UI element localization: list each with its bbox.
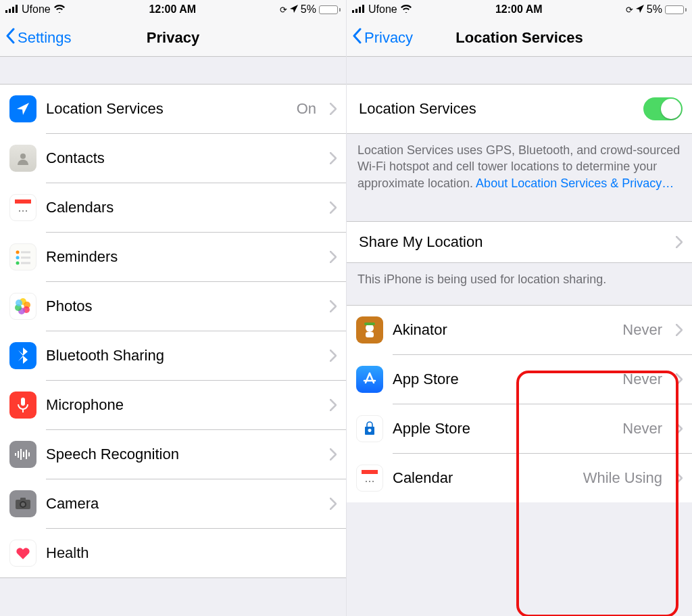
chevron-left-icon — [5, 28, 16, 48]
back-button[interactable]: Settings — [5, 28, 72, 48]
signal-bars-icon — [5, 3, 19, 16]
wifi-icon — [53, 3, 66, 16]
row-label: Calendars — [46, 199, 320, 216]
app-store-icon — [356, 366, 383, 393]
apple-store-icon — [356, 415, 383, 442]
row-label: Reminders — [46, 248, 320, 266]
svg-rect-39 — [364, 323, 375, 325]
orientation-lock-icon: ⟳ — [280, 5, 287, 15]
svg-point-4 — [20, 153, 26, 159]
svg-point-43 — [369, 481, 370, 482]
row-value: While Using — [583, 469, 662, 487]
calendar-icon — [9, 194, 36, 221]
clock-label: 12:00 AM — [495, 3, 543, 16]
svg-point-13 — [16, 262, 20, 265]
chevron-right-icon — [330, 103, 337, 115]
page-title: Location Services — [455, 29, 583, 47]
app-row-app-store[interactable]: App Store Never — [347, 355, 692, 404]
svg-point-20 — [16, 300, 22, 306]
status-bar: Ufone 12:00 AM ⟳ 5% — [347, 0, 692, 19]
row-label: Health — [46, 544, 337, 562]
row-calendars[interactable]: Calendars — [0, 183, 346, 232]
location-services-toggle[interactable] — [643, 97, 683, 120]
location-arrow-icon — [290, 3, 298, 16]
row-label: Calendar — [393, 469, 574, 487]
app-row-akinator[interactable]: Akinator Never — [347, 306, 692, 354]
chevron-right-icon — [330, 350, 337, 362]
row-share-my-location[interactable]: Share My Location — [347, 222, 692, 262]
row-speech-recognition[interactable]: Speech Recognition — [0, 430, 346, 479]
svg-point-9 — [16, 251, 20, 254]
back-button[interactable]: Privacy — [352, 28, 413, 48]
row-bluetooth-sharing[interactable]: Bluetooth Sharing — [0, 331, 346, 380]
akinator-icon — [356, 316, 383, 343]
contacts-icon — [9, 145, 36, 172]
svg-point-44 — [372, 481, 374, 482]
chevron-right-icon — [330, 300, 337, 312]
svg-point-11 — [16, 256, 20, 260]
privacy-pane: Ufone 12:00 AM ⟳ 5% Settings Privacy — [0, 0, 346, 616]
svg-rect-26 — [23, 452, 24, 457]
chevron-right-icon — [676, 472, 683, 484]
carrier-label: Ufone — [368, 3, 397, 16]
carrier-label: Ufone — [22, 3, 51, 16]
svg-rect-33 — [352, 10, 354, 13]
row-microphone[interactable]: Microphone — [0, 381, 346, 429]
calendar-app-icon — [356, 465, 383, 492]
orientation-lock-icon: ⟳ — [626, 5, 633, 15]
svg-rect-41 — [362, 470, 378, 474]
waveform-icon — [9, 441, 36, 468]
wifi-icon — [400, 3, 412, 16]
svg-rect-27 — [26, 450, 27, 459]
row-camera[interactable]: Camera — [0, 479, 346, 528]
svg-rect-24 — [18, 451, 19, 458]
app-row-calendar[interactable]: Calendar While Using — [347, 454, 692, 502]
svg-rect-35 — [359, 7, 361, 13]
svg-rect-14 — [21, 262, 30, 264]
row-value: Never — [622, 420, 662, 437]
svg-rect-21 — [21, 398, 25, 406]
nav-bar: Privacy Location Services — [347, 19, 692, 57]
svg-rect-32 — [20, 498, 26, 500]
battery-pct-label: 5% — [647, 3, 662, 16]
location-services-pane: Ufone 12:00 AM ⟳ 5% Privacy Location S — [346, 0, 692, 616]
microphone-icon — [9, 392, 36, 419]
master-explain-text: Location Services uses GPS, Bluetooth, a… — [347, 134, 692, 201]
about-location-privacy-link[interactable]: About Location Services & Privacy… — [476, 176, 674, 190]
app-row-apple-store[interactable]: Apple Store Never — [347, 404, 692, 453]
clock-label: 12:00 AM — [149, 3, 196, 16]
location-arrow-icon — [636, 3, 644, 16]
row-label: Location Services — [46, 100, 287, 118]
chevron-right-icon — [676, 423, 683, 435]
svg-rect-0 — [5, 10, 7, 13]
bluetooth-icon — [9, 342, 36, 369]
row-contacts[interactable]: Contacts — [0, 134, 346, 183]
svg-rect-38 — [366, 332, 374, 337]
row-location-services[interactable]: Location Services On — [0, 85, 346, 133]
battery-icon — [319, 5, 341, 14]
row-health[interactable]: Health — [0, 529, 346, 577]
row-label: Share My Location — [359, 233, 666, 251]
row-reminders[interactable]: Reminders — [0, 233, 346, 281]
chevron-right-icon — [676, 324, 683, 336]
row-label: Photos — [46, 298, 320, 315]
row-value: Never — [622, 321, 662, 339]
svg-rect-36 — [362, 5, 364, 13]
signal-bars-icon — [352, 3, 366, 16]
row-label: Akinator — [393, 321, 613, 339]
master-toggle-label: Location Services — [359, 100, 634, 118]
row-label: Microphone — [46, 396, 320, 414]
status-bar: Ufone 12:00 AM ⟳ 5% — [0, 0, 346, 19]
photos-icon — [9, 293, 36, 320]
battery-pct-label: 5% — [301, 3, 316, 16]
svg-point-6 — [19, 210, 20, 212]
svg-rect-2 — [12, 7, 14, 13]
health-icon — [9, 540, 36, 567]
chevron-right-icon — [330, 448, 337, 460]
svg-rect-12 — [21, 257, 30, 259]
reminders-icon — [9, 243, 36, 270]
row-photos[interactable]: Photos — [0, 282, 346, 331]
chevron-right-icon — [676, 236, 683, 248]
row-value: Never — [622, 371, 662, 388]
svg-rect-23 — [15, 453, 16, 456]
